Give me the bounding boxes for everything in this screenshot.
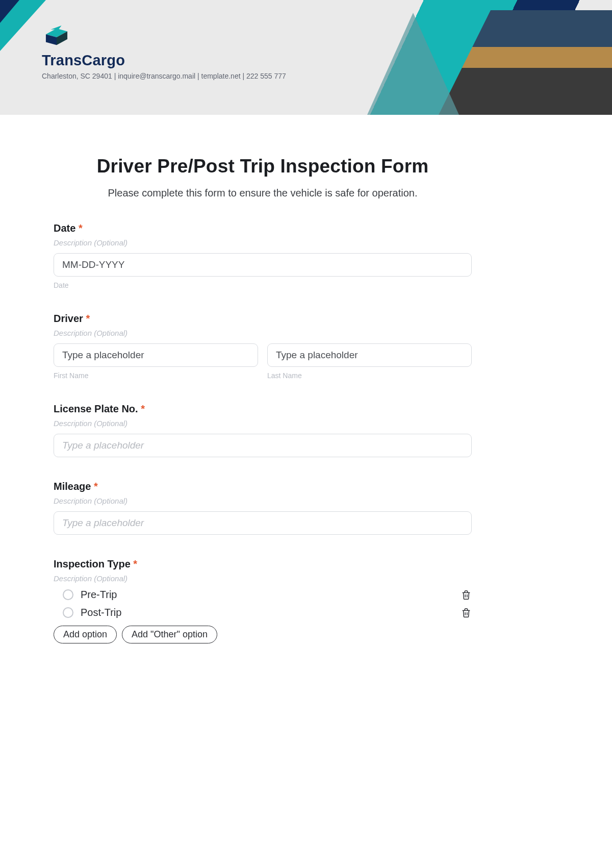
add-option-button[interactable]: Add option: [54, 626, 117, 643]
radio-option-row: Post-Trip: [63, 607, 472, 618]
radio-pre-trip[interactable]: [63, 589, 73, 600]
page-subtitle: Please complete this form to ensure the …: [54, 187, 472, 199]
header-decoration: [0, 0, 19, 23]
label-text: Inspection Type: [54, 558, 131, 569]
field-label: Date *: [54, 222, 472, 234]
license-plate-input[interactable]: [54, 434, 472, 457]
required-mark: *: [133, 558, 137, 569]
field-mileage: Mileage * Description (Optional): [54, 481, 472, 535]
required-mark: *: [86, 313, 90, 324]
form-page: Driver Pre/Post Trip Inspection Form Ple…: [54, 115, 472, 643]
label-text: License Plate No.: [54, 403, 138, 414]
label-text: Mileage: [54, 481, 91, 492]
radio-option-row: Pre-Trip: [63, 589, 472, 601]
brand-logo-icon: [42, 26, 71, 49]
trash-icon[interactable]: [461, 607, 472, 618]
trash-icon[interactable]: [461, 589, 472, 601]
label-text: Driver: [54, 313, 83, 324]
field-label: License Plate No. *: [54, 403, 472, 415]
brand-info: Charleston, SC 29401 | inquire@transcarg…: [42, 72, 286, 80]
label-text: Date: [54, 222, 75, 234]
driver-first-input[interactable]: [54, 343, 258, 367]
header-banner: TransCargo Charleston, SC 29401 | inquir…: [0, 0, 612, 115]
required-mark: *: [94, 481, 98, 492]
field-description[interactable]: Description (Optional): [54, 497, 472, 505]
field-description[interactable]: Description (Optional): [54, 419, 472, 428]
field-sublabel: Date: [54, 281, 472, 289]
brand-name: TransCargo: [42, 52, 286, 69]
option-label: Pre-Trip: [81, 589, 117, 601]
field-description[interactable]: Description (Optional): [54, 574, 472, 583]
field-license-plate: License Plate No. * Description (Optiona…: [54, 403, 472, 457]
field-inspection-type: Inspection Type * Description (Optional)…: [54, 558, 472, 643]
field-description[interactable]: Description (Optional): [54, 329, 472, 337]
field-label: Mileage *: [54, 481, 472, 492]
mileage-input[interactable]: [54, 511, 472, 535]
svg-marker-3: [51, 26, 62, 30]
field-sublabel: Last Name: [267, 371, 472, 380]
field-description[interactable]: Description (Optional): [54, 238, 472, 247]
option-label: Post-Trip: [81, 607, 121, 618]
driver-last-input[interactable]: [267, 343, 472, 367]
field-label: Inspection Type *: [54, 558, 472, 570]
required-mark: *: [141, 403, 145, 414]
field-date: Date * Description (Optional) Date: [54, 222, 472, 289]
field-label: Driver *: [54, 313, 472, 325]
add-other-option-button[interactable]: Add "Other" option: [122, 626, 217, 643]
header-decoration: [367, 13, 459, 115]
field-sublabel: First Name: [54, 371, 258, 380]
date-input[interactable]: [54, 253, 472, 277]
brand-block: TransCargo Charleston, SC 29401 | inquir…: [42, 26, 286, 80]
required-mark: *: [79, 222, 83, 234]
page-title: Driver Pre/Post Trip Inspection Form: [54, 156, 472, 177]
radio-post-trip[interactable]: [63, 607, 73, 618]
field-driver: Driver * Description (Optional) First Na…: [54, 313, 472, 380]
